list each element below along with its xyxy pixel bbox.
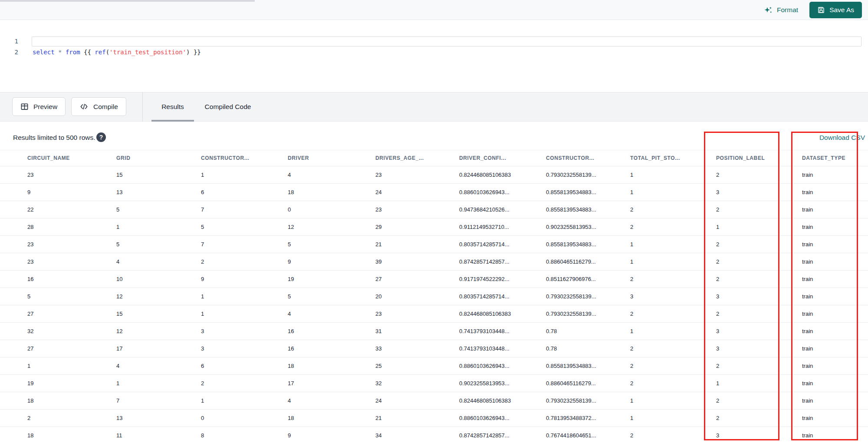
table-cell: 0.7813953488372... — [546, 410, 630, 426]
table-cell: 32 — [375, 375, 459, 392]
table-cell: 16 — [288, 340, 375, 357]
table-cell: train — [802, 410, 868, 426]
table-cell: 2 — [630, 305, 716, 322]
compile-label: Compile — [93, 103, 118, 111]
table-cell: 3 — [716, 340, 802, 357]
table-cell: 12 — [116, 323, 201, 340]
table-cell: 1 — [201, 305, 288, 322]
table-cell: 0.8511627906976... — [546, 271, 630, 288]
table-cell: 2 — [630, 357, 716, 374]
table-cell: 25 — [375, 357, 459, 374]
table-cell: 0.8860465116279... — [546, 375, 630, 392]
table-cell: 0.7413793103448... — [459, 323, 546, 340]
table-cell: 9 — [27, 184, 116, 201]
table-cell: 18 — [288, 184, 375, 201]
table-cell: train — [802, 236, 868, 253]
column-header-constructor-: CONSTRUCTOR... — [201, 150, 288, 166]
table-cell: 2 — [716, 305, 802, 322]
active-line-highlight[interactable] — [32, 36, 861, 46]
table-cell: 29 — [375, 218, 459, 235]
table-cell: 19 — [288, 271, 375, 288]
table-cell: 2 — [716, 392, 802, 409]
tab-results[interactable]: Results — [151, 92, 194, 122]
table-cell: 8 — [201, 427, 288, 443]
table-cell: 1 — [27, 357, 116, 374]
help-icon[interactable]: ? — [96, 132, 106, 142]
table-cell: 0.7674418604651... — [546, 427, 630, 443]
table-cell: train — [802, 340, 868, 357]
table-cell: 0.78 — [546, 340, 630, 357]
table-row: 213018210.8860103626943...0.781395348837… — [0, 409, 868, 426]
table-cell: train — [802, 271, 868, 288]
table-cell: train — [802, 218, 868, 235]
table-header-row: CIRCUIT_NAMEGRIDCONSTRUCTOR...DRIVERDRIV… — [0, 150, 868, 166]
table-cell: 1 — [116, 375, 201, 392]
table-cell: 23 — [27, 253, 116, 270]
table-cell: 2 — [716, 271, 802, 288]
table-cell: 0.8860103626943... — [459, 357, 546, 374]
table-cell: 0.9023255813953... — [459, 375, 546, 392]
table-cell: 10 — [116, 271, 201, 288]
table-cell: 33 — [375, 340, 459, 357]
preview-button[interactable]: Preview — [12, 97, 66, 116]
column-header-total-pit-sto-: TOTAL_PIT_STO... — [630, 150, 716, 166]
format-label: Format — [777, 6, 798, 14]
table-cell: 0.7930232558139... — [546, 166, 630, 183]
sql-statement[interactable]: select * from {{ ref('train_test_positio… — [33, 47, 201, 58]
column-header-driver: DRIVER — [288, 150, 375, 166]
table-row: 23429390.8742857142857...0.8860465116279… — [0, 253, 868, 270]
table-cell: 2 — [201, 375, 288, 392]
table-cell: 9 — [288, 427, 375, 443]
divider — [142, 92, 143, 122]
table-cell: 19 — [27, 375, 116, 392]
table-cell: train — [802, 357, 868, 374]
table-cell: 2 — [630, 375, 716, 392]
table-cell: 5 — [27, 288, 116, 305]
table-cell: 7 — [116, 392, 201, 409]
format-button[interactable]: Format — [764, 6, 798, 15]
table-cell: 1 — [630, 184, 716, 201]
table-cell: train — [802, 323, 868, 340]
table-cell: 2 — [716, 357, 802, 374]
tab-compiled-code[interactable]: Compiled Code — [200, 92, 256, 122]
line-number-2: 2 — [0, 47, 18, 58]
table-cell: 23 — [375, 305, 459, 322]
table-cell: 23 — [27, 166, 116, 183]
table-cell: 4 — [116, 253, 201, 270]
table-cell: 17 — [116, 340, 201, 357]
table-cell: 15 — [116, 166, 201, 183]
compile-button[interactable]: Compile — [71, 97, 126, 116]
table-cell: 1 — [201, 166, 288, 183]
table-cell: 5 — [288, 288, 375, 305]
table-cell: 27 — [27, 305, 116, 322]
table-cell: 6 — [201, 357, 288, 374]
sql-code-editor[interactable]: 1 select * from {{ ref('train_test_posit… — [0, 20, 868, 71]
table-cell: 1 — [630, 236, 716, 253]
table-cell: 16 — [27, 271, 116, 288]
save-as-button[interactable]: Save As — [809, 2, 862, 18]
table-row: 23575210.8035714285714...0.8558139534883… — [0, 235, 868, 253]
table-cell: 0.8558139534883... — [546, 236, 630, 253]
row-limit-text: Results limited to 500 rows. — [13, 134, 95, 142]
table-cell: 13 — [116, 410, 201, 426]
table-cell: 5 — [116, 201, 201, 218]
table-cell: 23 — [375, 166, 459, 183]
table-cell: 0.8558139534883... — [546, 201, 630, 218]
table-cell: 5 — [288, 236, 375, 253]
table-cell: 39 — [375, 253, 459, 270]
table-cell: 0.8860103626943... — [459, 410, 546, 426]
table-cell: 3 — [716, 427, 802, 443]
table-cell: 2 — [716, 166, 802, 183]
table-cell: 2 — [716, 253, 802, 270]
table-row: 1610919270.9171974522292...0.85116279069… — [0, 270, 868, 288]
table-cell: train — [802, 427, 868, 443]
table-cell: 0.9023255813953... — [546, 218, 630, 235]
table-cell: train — [802, 201, 868, 218]
download-csv-link[interactable]: Download CSV — [819, 134, 865, 142]
save-as-label: Save As — [829, 6, 854, 14]
column-header-dataset-type: DATASET_TYPE — [802, 150, 868, 166]
table-cell: 4 — [116, 357, 201, 374]
table-cell: 28 — [27, 218, 116, 235]
table-cell: 4 — [288, 392, 375, 409]
table-cell: 2 — [630, 427, 716, 443]
